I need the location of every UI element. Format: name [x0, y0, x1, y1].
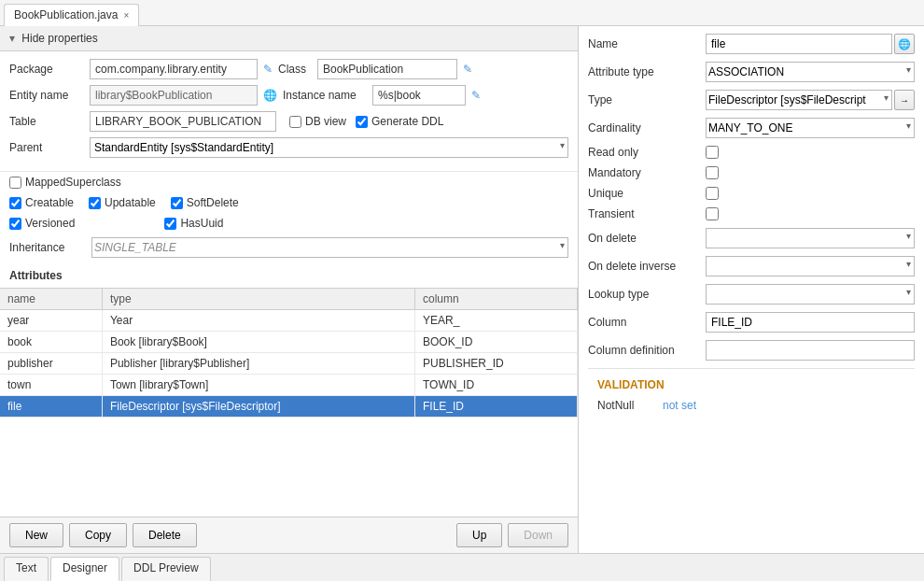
col-name: name: [0, 289, 102, 310]
attribute-type-row: Attribute type ASSOCIATION: [588, 62, 915, 82]
class-edit-icon[interactable]: ✎: [463, 63, 472, 76]
column-label: Column: [588, 316, 700, 329]
entity-name-row: Entity name 🌐 Instance name ✎: [9, 85, 568, 106]
class-input[interactable]: [317, 59, 457, 79]
instance-name-input[interactable]: [372, 85, 466, 106]
inheritance-row: Inheritance SINGLE_TABLE: [0, 234, 578, 263]
close-icon[interactable]: ×: [123, 10, 129, 21]
delete-button[interactable]: Delete: [133, 523, 197, 547]
type-arrow-button[interactable]: →: [894, 90, 915, 110]
tab-ddl-preview[interactable]: DDL Preview: [121, 557, 211, 581]
has-uuid-checkbox[interactable]: [164, 218, 176, 230]
package-input[interactable]: [90, 59, 258, 79]
table-input[interactable]: [90, 111, 276, 132]
properties-form: Package ✎ Class ✎ Entity name 🌐 Instance…: [0, 51, 578, 172]
type-select[interactable]: FileDescriptor [sys$FileDescript: [706, 90, 892, 110]
globe-icon[interactable]: 🌐: [263, 89, 277, 102]
parent-select[interactable]: StandardEntity [sys$StandardEntity]: [90, 137, 568, 158]
inheritance-label: Inheritance: [9, 241, 84, 254]
column-input[interactable]: [706, 312, 915, 333]
attributes-section: Attributes name type column yearYearYEAR…: [0, 263, 578, 517]
mandatory-checkbox[interactable]: [706, 166, 719, 179]
versioned-checkbox[interactable]: [9, 218, 21, 230]
table-row[interactable]: fileFileDescriptor [sys$FileDescriptor]F…: [0, 396, 578, 418]
db-view-checkbox[interactable]: [289, 116, 301, 128]
mapped-superclass-item: MappedSuperclass: [9, 176, 121, 189]
read-only-row: Read only: [588, 146, 915, 159]
cardinality-row: Cardinality MANY_TO_ONE: [588, 118, 915, 138]
cell-name: publisher: [0, 353, 102, 375]
instance-name-edit-icon[interactable]: ✎: [471, 89, 481, 102]
on-delete-row: On delete: [588, 228, 915, 248]
right-form: Name 🌐 Attribute type ASSOCIATION Type: [579, 26, 924, 423]
new-button[interactable]: New: [9, 523, 63, 547]
copy-button[interactable]: Copy: [69, 523, 127, 547]
name-globe-button[interactable]: 🌐: [894, 34, 915, 54]
mandatory-row: Mandatory: [588, 166, 915, 179]
generate-ddl-checkbox[interactable]: [356, 116, 368, 128]
table-header-row: name type column: [0, 289, 578, 310]
transient-checkbox[interactable]: [706, 207, 719, 220]
table-row[interactable]: publisherPublisher [library$Publisher]PU…: [0, 353, 578, 375]
tab-bar: BookPublication.java ×: [0, 0, 924, 26]
unique-checkbox[interactable]: [706, 187, 719, 200]
not-null-value[interactable]: not set: [663, 399, 696, 412]
col-type: type: [102, 289, 414, 310]
bottom-buttons: New Copy Delete Up Down: [0, 517, 578, 553]
down-button[interactable]: Down: [508, 523, 568, 547]
column-definition-label: Column definition: [588, 344, 700, 357]
not-null-label: NotNull: [597, 399, 653, 412]
updatable-checkbox[interactable]: [89, 197, 101, 209]
validation-row: NotNull not set: [588, 395, 915, 416]
on-delete-select[interactable]: [706, 228, 915, 248]
cell-type: FileDescriptor [sys$FileDescriptor]: [102, 396, 414, 418]
cell-column: YEAR_: [414, 310, 577, 332]
creatable-checkbox[interactable]: [9, 197, 21, 209]
name-input[interactable]: [706, 34, 892, 54]
cell-column: PUBLISHER_ID: [414, 353, 577, 375]
mandatory-label: Mandatory: [588, 166, 700, 179]
table-row[interactable]: yearYearYEAR_: [0, 310, 578, 332]
has-uuid-label: HasUuid: [180, 217, 223, 230]
column-definition-input[interactable]: [706, 340, 915, 361]
updatable-label: Updatable: [105, 196, 156, 209]
attributes-data-table: name type column yearYearYEAR_bookBook […: [0, 289, 578, 418]
table-row[interactable]: bookBook [library$Book]BOOK_ID: [0, 332, 578, 353]
db-view-item: DB view: [289, 115, 346, 128]
on-delete-inverse-select[interactable]: [706, 256, 915, 276]
soft-delete-checkbox[interactable]: [171, 197, 183, 209]
versioned-label: Versioned: [25, 217, 75, 230]
name-label: Name: [588, 37, 700, 50]
cell-type: Book [library$Book]: [102, 332, 414, 353]
cell-name: book: [0, 332, 102, 353]
package-edit-icon[interactable]: ✎: [263, 63, 273, 76]
table-label: Table: [9, 115, 84, 128]
on-delete-label: On delete: [588, 232, 700, 245]
column-row: Column: [588, 312, 915, 333]
inheritance-select[interactable]: SINGLE_TABLE: [91, 237, 568, 258]
cardinality-select[interactable]: MANY_TO_ONE: [706, 118, 915, 138]
up-button[interactable]: Up: [456, 523, 502, 547]
db-view-label: DB view: [305, 115, 346, 128]
cell-name: file: [0, 396, 102, 418]
generate-ddl-label: Generate DDL: [371, 115, 443, 128]
read-only-checkbox[interactable]: [706, 146, 719, 159]
type-row: Type FileDescriptor [sys$FileDescript →: [588, 90, 915, 110]
properties-header[interactable]: ▾ Hide properties: [0, 26, 578, 51]
mapped-superclass-checkbox[interactable]: [9, 177, 21, 189]
validation-header: VALIDATION: [588, 375, 915, 395]
instance-name-label: Instance name: [283, 89, 367, 102]
attribute-type-select[interactable]: ASSOCIATION: [706, 62, 915, 82]
attribute-type-label: Attribute type: [588, 65, 700, 78]
tab-designer[interactable]: Designer: [50, 557, 119, 581]
file-tab[interactable]: BookPublication.java ×: [4, 4, 139, 26]
cell-column: BOOK_ID: [414, 332, 577, 353]
type-input-group: FileDescriptor [sys$FileDescript →: [706, 90, 915, 110]
lookup-type-select[interactable]: [706, 284, 915, 305]
transient-label: Transient: [588, 207, 700, 220]
table-row[interactable]: townTown [library$Town]TOWN_ID: [0, 375, 578, 396]
main-container: ▾ Hide properties Package ✎ Class ✎ Enti…: [0, 26, 924, 553]
cardinality-label: Cardinality: [588, 121, 700, 135]
tab-text[interactable]: Text: [4, 557, 49, 581]
entity-name-label: Entity name: [9, 89, 84, 102]
